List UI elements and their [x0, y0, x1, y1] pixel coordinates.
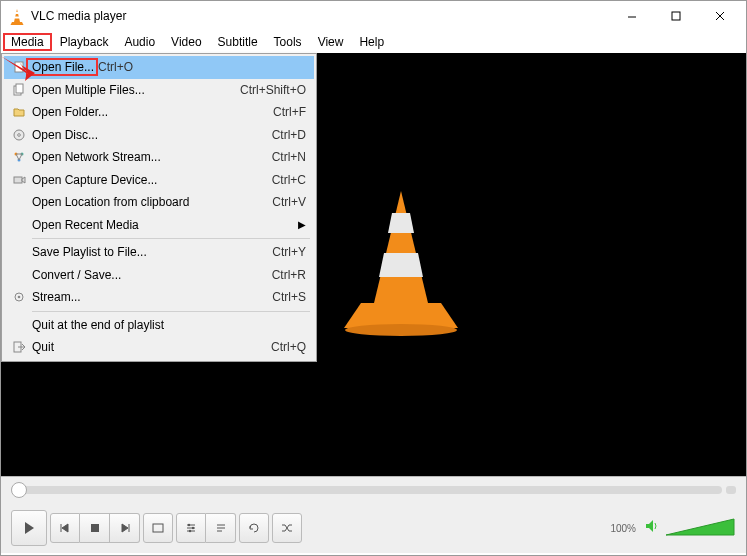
loop-button[interactable] — [239, 513, 269, 543]
maximize-button[interactable] — [654, 1, 698, 31]
menu-item-open-folder[interactable]: Open Folder... Ctrl+F — [4, 101, 314, 124]
menu-item-shortcut: Ctrl+R — [272, 268, 306, 282]
playlist-button[interactable] — [206, 513, 236, 543]
menu-subtitle[interactable]: Subtitle — [210, 33, 266, 51]
menu-item-shortcut: Ctrl+N — [272, 150, 306, 164]
svg-point-11 — [18, 133, 21, 136]
close-button[interactable] — [698, 1, 742, 31]
menu-item-shortcut: Ctrl+Q — [271, 340, 306, 354]
menu-item-shortcut: Ctrl+C — [272, 173, 306, 187]
menu-item-open-disc[interactable]: Open Disc... Ctrl+D — [4, 124, 314, 147]
svg-point-19 — [18, 296, 21, 299]
menu-item-label: Open Multiple Files... — [30, 83, 240, 97]
svg-rect-22 — [153, 524, 163, 532]
seek-track[interactable] — [11, 486, 722, 494]
menu-item-label: Open Disc... — [30, 128, 272, 142]
titlebar: VLC media player — [1, 1, 746, 31]
volume-slider[interactable] — [664, 517, 736, 539]
menu-item-quit[interactable]: Quit Ctrl+Q — [4, 336, 314, 359]
menubar: Media Playback Audio Video Subtitle Tool… — [1, 31, 746, 53]
folder-icon — [8, 105, 30, 119]
menu-view[interactable]: View — [310, 33, 352, 51]
svg-point-28 — [189, 530, 191, 532]
window-title: VLC media player — [31, 9, 610, 23]
menu-item-label: Open Folder... — [30, 105, 273, 119]
fullscreen-button[interactable] — [143, 513, 173, 543]
vlc-cone-icon — [9, 8, 25, 24]
svg-rect-3 — [672, 12, 680, 20]
menu-item-open-file[interactable]: Open File... Ctrl+O — [4, 56, 314, 79]
menu-item-open-recent-media[interactable]: Open Recent Media ▶ — [4, 214, 314, 237]
menu-item-shortcut: Ctrl+D — [272, 128, 306, 142]
menu-item-shortcut: Ctrl+Shift+O — [240, 83, 306, 97]
svg-point-26 — [188, 524, 190, 526]
seek-knob[interactable] — [11, 482, 27, 498]
menu-item-label: Quit — [30, 340, 271, 354]
menu-item-save-playlist[interactable]: Save Playlist to File... Ctrl+Y — [4, 241, 314, 264]
speaker-icon[interactable] — [643, 517, 661, 539]
svg-rect-0 — [15, 12, 19, 14]
menu-media[interactable]: Media — [3, 33, 52, 51]
stop-button[interactable] — [80, 513, 110, 543]
capture-icon — [8, 173, 30, 187]
menu-separator — [32, 238, 310, 239]
extended-settings-button[interactable] — [176, 513, 206, 543]
seekbar — [1, 477, 746, 503]
volume-percent-label: 100% — [610, 523, 636, 534]
previous-button[interactable] — [50, 513, 80, 543]
menu-item-label: Open Location from clipboard — [30, 195, 272, 209]
minimize-button[interactable] — [610, 1, 654, 31]
menu-item-label: Open File... — [30, 60, 94, 74]
menu-tools[interactable]: Tools — [266, 33, 310, 51]
annotation-arrow-icon — [0, 51, 39, 89]
next-button[interactable] — [110, 513, 140, 543]
menu-item-open-network-stream[interactable]: Open Network Stream... Ctrl+N — [4, 146, 314, 169]
svg-rect-18 — [14, 177, 22, 183]
menu-item-open-location-clipboard[interactable]: Open Location from clipboard Ctrl+V — [4, 191, 314, 214]
menu-item-label: Save Playlist to File... — [30, 245, 272, 259]
svg-rect-21 — [91, 524, 99, 532]
menu-item-label: Quit at the end of playlist — [30, 318, 306, 332]
menu-item-stream[interactable]: Stream... Ctrl+S — [4, 286, 314, 309]
menu-help[interactable]: Help — [351, 33, 392, 51]
svg-line-17 — [19, 154, 22, 160]
menu-item-shortcut: Ctrl+F — [273, 105, 306, 119]
submenu-arrow-icon: ▶ — [298, 219, 306, 230]
vlc-cone-logo — [336, 183, 466, 347]
menu-item-label: Open Capture Device... — [30, 173, 272, 187]
menu-audio[interactable]: Audio — [116, 33, 163, 51]
network-icon — [8, 150, 30, 164]
svg-point-6 — [345, 324, 457, 336]
disc-icon — [8, 128, 30, 142]
quit-icon — [8, 340, 30, 354]
menu-item-label: Stream... — [30, 290, 272, 304]
menu-item-open-capture-device[interactable]: Open Capture Device... Ctrl+C — [4, 169, 314, 192]
menu-separator — [32, 311, 310, 312]
menu-playback[interactable]: Playback — [52, 33, 117, 51]
svg-rect-1 — [14, 17, 19, 19]
controls-bar: 100% — [1, 503, 746, 553]
menu-item-label: Open Recent Media — [30, 218, 298, 232]
svg-point-27 — [192, 527, 194, 529]
menu-item-shortcut: Ctrl+V — [272, 195, 306, 209]
seek-end-marker — [726, 486, 736, 494]
media-dropdown: Open File... Ctrl+O Open Multiple Files.… — [1, 53, 317, 362]
menu-item-quit-end-playlist[interactable]: Quit at the end of playlist — [4, 314, 314, 337]
menu-item-shortcut: Ctrl+S — [272, 290, 306, 304]
play-button[interactable] — [11, 510, 47, 546]
menu-video[interactable]: Video — [163, 33, 209, 51]
menu-item-label: Convert / Save... — [30, 268, 272, 282]
menu-item-open-multiple-files[interactable]: Open Multiple Files... Ctrl+Shift+O — [4, 79, 314, 102]
menu-item-shortcut: Ctrl+O — [98, 60, 133, 74]
menu-item-convert-save[interactable]: Convert / Save... Ctrl+R — [4, 264, 314, 287]
svg-line-16 — [16, 154, 19, 160]
shuffle-button[interactable] — [272, 513, 302, 543]
stream-icon — [8, 290, 30, 304]
menu-item-shortcut: Ctrl+Y — [272, 245, 306, 259]
menu-item-label: Open Network Stream... — [30, 150, 272, 164]
